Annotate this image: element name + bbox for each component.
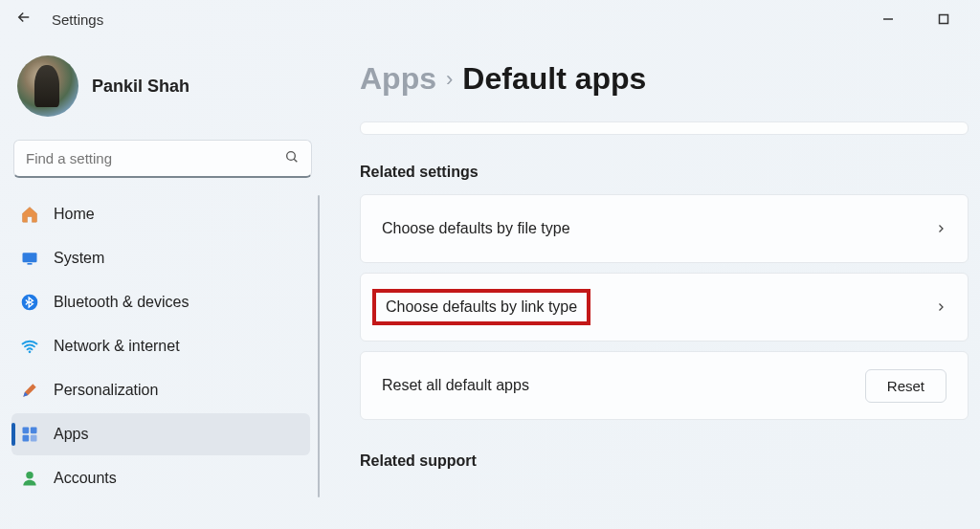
svg-line-3 — [294, 159, 297, 162]
setting-reset-defaults: Reset all default apps Reset — [360, 351, 969, 420]
setting-label: Reset all default apps — [382, 377, 529, 394]
sidebar-nav: Home System Bluetooth & devices Network … — [11, 193, 320, 499]
svg-point-12 — [26, 472, 33, 479]
maximize-button[interactable] — [924, 5, 963, 33]
chevron-right-icon — [935, 219, 947, 239]
setting-choose-defaults-file-type[interactable]: Choose defaults by file type — [360, 194, 969, 263]
titlebar: Settings — [0, 0, 980, 38]
sidebar-item-accounts[interactable]: Accounts — [11, 457, 310, 499]
previous-section-card[interactable] — [360, 121, 969, 135]
svg-rect-10 — [23, 435, 30, 442]
profile-name: Pankil Shah — [92, 77, 189, 97]
sidebar-item-bluetooth[interactable]: Bluetooth & devices — [11, 281, 310, 323]
chevron-right-icon — [935, 298, 947, 318]
svg-rect-5 — [28, 263, 33, 265]
section-title-related-support: Related support — [360, 452, 969, 470]
page-title: Default apps — [462, 61, 646, 97]
sidebar-item-label: Bluetooth & devices — [54, 294, 189, 311]
sidebar-item-apps[interactable]: Apps — [11, 413, 310, 455]
svg-rect-8 — [23, 428, 30, 434]
svg-rect-11 — [31, 435, 37, 442]
window-title: Settings — [52, 11, 103, 28]
profile-block[interactable]: Pankil Shah — [11, 50, 320, 134]
wifi-icon — [19, 336, 40, 357]
breadcrumb-parent[interactable]: Apps — [360, 61, 436, 97]
personalization-icon — [19, 380, 40, 401]
minimize-button[interactable] — [869, 5, 907, 33]
reset-button[interactable]: Reset — [865, 369, 947, 403]
sidebar-item-home[interactable]: Home — [11, 193, 310, 235]
sidebar-item-label: Network & internet — [54, 338, 180, 355]
content: Pankil Shah Home System — [0, 38, 980, 529]
sidebar-item-label: System — [54, 250, 104, 267]
avatar — [17, 55, 78, 117]
system-icon — [19, 248, 40, 269]
sidebar-item-label: Home — [54, 206, 95, 223]
sidebar-item-personalization[interactable]: Personalization — [11, 369, 310, 411]
home-icon — [19, 204, 40, 225]
svg-rect-4 — [23, 253, 37, 262]
setting-choose-defaults-link-type[interactable]: Choose defaults by link type — [360, 273, 969, 342]
setting-label: Choose defaults by link type — [386, 298, 577, 315]
svg-point-7 — [29, 351, 32, 354]
sidebar-item-label: Personalization — [54, 382, 158, 399]
sidebar-item-system[interactable]: System — [11, 237, 310, 279]
sidebar-item-label: Apps — [54, 426, 88, 443]
svg-rect-9 — [31, 428, 37, 434]
search-box[interactable] — [13, 140, 312, 178]
accounts-icon — [19, 468, 40, 489]
sidebar-item-network[interactable]: Network & internet — [11, 325, 310, 367]
svg-point-2 — [287, 152, 296, 161]
search-input[interactable] — [26, 150, 277, 166]
setting-label: Choose defaults by file type — [382, 220, 570, 237]
bluetooth-icon — [19, 292, 40, 313]
sidebar-item-label: Accounts — [54, 470, 117, 487]
back-arrow-icon[interactable] — [15, 9, 33, 31]
annotation-highlight: Choose defaults by link type — [372, 289, 590, 325]
titlebar-left: Settings — [15, 9, 103, 31]
apps-icon — [19, 424, 40, 445]
svg-rect-1 — [940, 15, 948, 24]
section-title-related-settings: Related settings — [360, 164, 969, 181]
chevron-right-icon: › — [446, 67, 453, 92]
scrollbar[interactable] — [318, 195, 320, 497]
breadcrumb: Apps › Default apps — [360, 61, 969, 97]
search-icon — [284, 149, 300, 167]
main-panel: Apps › Default apps Related settings Cho… — [327, 38, 980, 529]
sidebar: Pankil Shah Home System — [0, 38, 327, 529]
window-controls — [869, 5, 972, 33]
